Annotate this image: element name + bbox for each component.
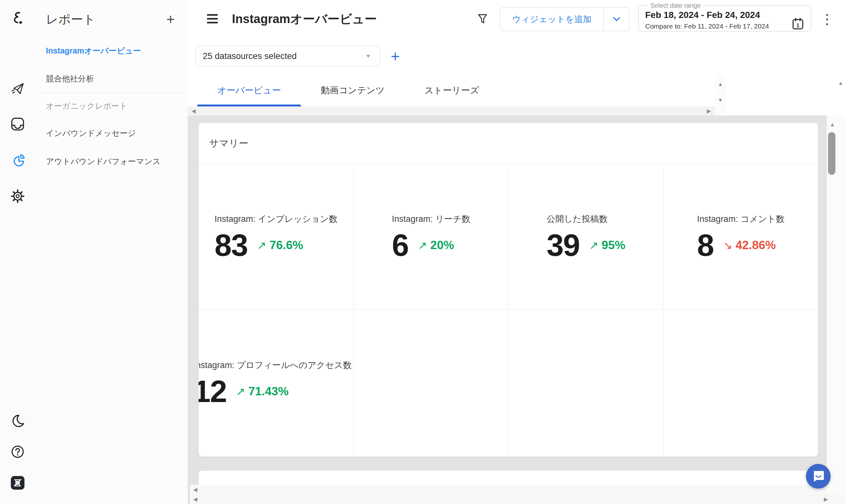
trend-up-icon: ↗ bbox=[418, 239, 427, 252]
metric-delta: ↗76.6% bbox=[257, 238, 303, 252]
metric-label: Instagram: コメント数 bbox=[697, 213, 785, 225]
scrollbar-thumb[interactable] bbox=[828, 132, 835, 175]
support-chat-button[interactable] bbox=[806, 464, 831, 489]
scroll-down-icon[interactable]: ▼ bbox=[718, 97, 723, 103]
inbox-icon[interactable] bbox=[10, 117, 25, 131]
trend-down-icon: ↘ bbox=[723, 239, 733, 252]
scroll-up-icon[interactable]: ▲ bbox=[718, 82, 723, 87]
metric-label: Instagram: プロフィールへのアクセス数 bbox=[198, 359, 352, 371]
metric-card-empty bbox=[663, 309, 818, 456]
metric-delta: ↗71.43% bbox=[236, 385, 289, 398]
tabs-horizontal-scrollbar[interactable]: ◀ ▶ bbox=[188, 106, 715, 115]
metric-label: Instagram: インプレッション数 bbox=[215, 213, 337, 225]
tab-video-content[interactable]: 動画コンテンツ bbox=[301, 74, 405, 106]
trend-up-icon: ↗ bbox=[589, 239, 598, 252]
scroll-left-icon[interactable]: ◀ bbox=[193, 497, 197, 502]
summary-widget: サマリー Instagram: インプレッション数 83 ↗76.6% Inst… bbox=[198, 123, 818, 456]
datasource-select[interactable]: 25 datasources selected ▼ bbox=[195, 46, 380, 66]
page-title: Instagramオーバービュー bbox=[232, 0, 377, 38]
metric-label: 公開した投稿数 bbox=[547, 213, 625, 225]
report-header: Instagramオーバービュー ウィジェットを追加 Select date r… bbox=[188, 0, 846, 38]
scroll-right-icon[interactable]: ▶ bbox=[824, 497, 828, 502]
date-range-picker[interactable]: Select date range Feb 18, 2024 - Feb 24,… bbox=[638, 2, 811, 32]
menu-toggle-icon[interactable] bbox=[207, 14, 218, 23]
metric-delta: ↗95% bbox=[589, 238, 625, 252]
sidebar-item-competitor-analysis[interactable]: 競合他社分析 bbox=[46, 72, 181, 86]
select-caret-icon: ▼ bbox=[365, 53, 371, 59]
reports-pie-icon[interactable] bbox=[10, 153, 25, 168]
metric-label: Instagram: リーチ数 bbox=[392, 213, 470, 225]
icon-rail bbox=[0, 0, 36, 504]
app-window: レポート + Instagramオーバービュー 競合他社分析 オーガニックレポー… bbox=[0, 0, 846, 504]
chevron-down-icon[interactable] bbox=[604, 8, 629, 31]
svg-text:1: 1 bbox=[797, 23, 799, 28]
help-icon[interactable] bbox=[10, 444, 25, 459]
tab-overview[interactable]: オーバービュー bbox=[197, 74, 301, 106]
sidebar-item-organic-report[interactable]: オーガニックレポート bbox=[46, 99, 181, 113]
sidebar-item-outbound-performance[interactable]: アウトバウンドパフォーマンス bbox=[46, 154, 181, 168]
add-report-button[interactable]: + bbox=[166, 12, 175, 26]
report-tabs: オーバービュー 動画コンテンツ ストーリーズ bbox=[188, 74, 846, 106]
metric-grid: Instagram: インプレッション数 83 ↗76.6% Instagram… bbox=[198, 164, 818, 456]
datasource-bar: 25 datasources selected ▼ + bbox=[188, 38, 846, 75]
trend-up-icon: ↗ bbox=[236, 385, 245, 398]
sidebar-divider bbox=[35, 93, 188, 93]
publish-icon[interactable] bbox=[10, 81, 25, 96]
calendar-icon[interactable]: 1 bbox=[792, 18, 804, 31]
metric-card-comments: Instagram: コメント数 8 ↘42.86% bbox=[663, 164, 818, 309]
window-horizontal-scrollbar[interactable]: ◀ ▶ bbox=[190, 494, 846, 504]
metric-delta: ↗20% bbox=[418, 238, 454, 252]
widget-title: サマリー bbox=[198, 123, 818, 164]
scroll-up-icon[interactable]: ▲ bbox=[830, 122, 835, 127]
trend-up-icon: ↗ bbox=[257, 239, 267, 252]
metric-card-empty bbox=[509, 309, 664, 456]
filter-icon[interactable] bbox=[476, 13, 489, 26]
settings-gear-icon[interactable] bbox=[10, 189, 25, 203]
dashboard-canvas: サマリー Instagram: インプレッション数 83 ↗76.6% Inst… bbox=[188, 115, 827, 504]
tabs-vertical-scrollbar[interactable]: ▲ ▼ bbox=[715, 74, 726, 115]
scroll-left-icon[interactable]: ◀ bbox=[193, 487, 197, 492]
dark-mode-moon-icon[interactable] bbox=[10, 413, 25, 428]
metric-card-impressions: Instagram: インプレッション数 83 ↗76.6% bbox=[198, 164, 354, 309]
metric-delta: ↘42.86% bbox=[723, 238, 776, 252]
tab-stories[interactable]: ストーリーズ bbox=[405, 74, 499, 106]
date-range-legend: Select date range bbox=[648, 2, 703, 9]
window-scroll-up-icon[interactable]: ▲ bbox=[838, 80, 843, 87]
date-compare-value: Compare to: Feb 11, 2024 - Feb 17, 2024 bbox=[645, 22, 811, 30]
add-widget-button[interactable]: ウィジェットを追加 bbox=[500, 7, 630, 31]
metric-value: 8 bbox=[697, 230, 713, 260]
add-datasource-button[interactable]: + bbox=[391, 38, 400, 74]
sidebar-title: レポート bbox=[46, 11, 95, 28]
scroll-right-icon[interactable]: ▶ bbox=[707, 108, 711, 114]
metric-card-reach: Instagram: リーチ数 6 ↗20% bbox=[354, 164, 509, 309]
metric-card-empty bbox=[354, 309, 509, 456]
metric-value: 39 bbox=[547, 230, 580, 260]
sidebar-item-instagram-overview[interactable]: Instagramオーバービュー bbox=[46, 43, 181, 58]
brand-logo[interactable] bbox=[10, 11, 25, 26]
metric-card-published-posts: 公開した投稿数 39 ↗95% bbox=[509, 164, 664, 309]
metric-value: 83 bbox=[215, 230, 248, 260]
metric-value: 12 bbox=[198, 376, 227, 407]
dashboard-vertical-scrollbar[interactable]: ▲ bbox=[827, 115, 846, 504]
dashboard-horizontal-scrollbar[interactable]: ◀ bbox=[190, 485, 827, 494]
more-options-kebab-icon[interactable]: ⋮ bbox=[820, 0, 834, 38]
scroll-left-icon[interactable]: ◀ bbox=[192, 108, 196, 114]
metric-value: 6 bbox=[392, 230, 408, 260]
date-range-value: Feb 18, 2024 - Feb 24, 2024 bbox=[645, 10, 811, 20]
metric-card-profile-visits: Instagram: プロフィールへのアクセス数 12 ↗71.43% bbox=[198, 309, 354, 456]
datasource-select-value: 25 datasources selected bbox=[203, 51, 365, 61]
reports-sidebar: レポート + Instagramオーバービュー 競合他社分析 オーガニックレポー… bbox=[35, 0, 188, 504]
chat-bubble-icon bbox=[812, 470, 825, 483]
extension-badge-icon[interactable] bbox=[10, 475, 25, 490]
sidebar-item-inbound-messages[interactable]: インバウンドメッセージ bbox=[46, 126, 181, 140]
